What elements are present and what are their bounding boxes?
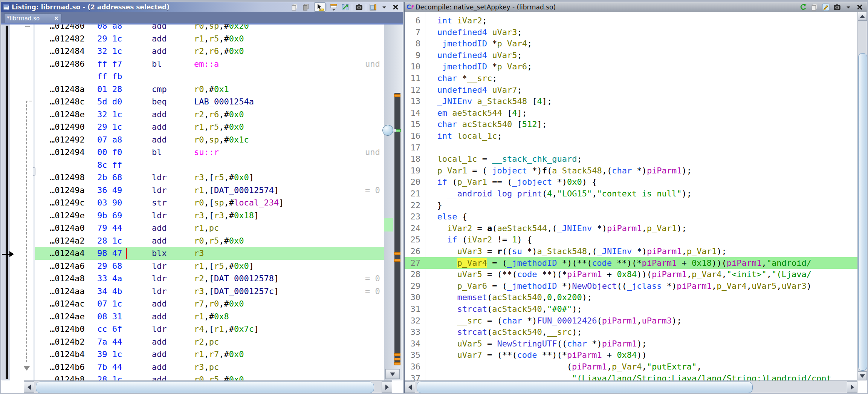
snapshot-icon[interactable] — [831, 2, 843, 12]
close-icon[interactable] — [854, 2, 865, 12]
hscroll-thumb[interactable] — [417, 382, 753, 393]
scroll-down-button[interactable] — [858, 371, 867, 380]
listing-row[interactable]: …0124a629 68ldrr1,[r5,#0x0] — [35, 260, 384, 273]
paste-icon[interactable] — [300, 2, 312, 12]
listing-row[interactable]: …0124a079 44addr1,pc — [35, 222, 384, 235]
decompile-line-17[interactable]: 17 — [405, 142, 857, 153]
close-icon[interactable] — [390, 2, 401, 12]
decompile-line-11[interactable]: 11 char *__src; — [405, 72, 857, 84]
decompile-line-26[interactable]: 26 uVar3 = r((su *)a_Stack548,(_JNIEnv *… — [405, 245, 857, 257]
decompile-line-19[interactable]: 19 p_Var1 = (_jobject *)f(a_Stack548,(ch… — [405, 165, 857, 176]
scroll-left-button[interactable] — [24, 381, 34, 393]
decompile-view[interactable]: 6 int iVar2;7 undefined4 uVar3;8 _jmetho… — [405, 12, 857, 380]
decompile-hscrollbar[interactable] — [405, 380, 857, 393]
listing-row[interactable]: …0124b27a 44addr2,pc — [35, 336, 384, 348]
listing-row[interactable]: …0124b67b 44addr3,pc — [35, 361, 384, 374]
listing-row[interactable]: …01249e9b 69ldrr3,[r3,#0x18] — [35, 209, 384, 222]
decompile-line-29[interactable]: 29 p_Var6 = (_jmethodID *)NewObject((_jc… — [405, 280, 857, 292]
listing-row[interactable]: …0124a833 4aldrr2,[DAT_00012578]= 0 — [35, 272, 384, 285]
decompile-line-22[interactable]: 22 } — [405, 199, 857, 211]
decompile-line-14[interactable]: 14 em aeStack544 [4]; — [405, 107, 857, 119]
listing-row[interactable]: …01249207 a8addr0,sp,#0x1c — [35, 133, 384, 146]
listing-titlebar[interactable]: Listing: librrnad.so - (2 addresses sele… — [1, 2, 403, 12]
decompile-line-13[interactable]: 13 _JNIEnv a_Stack548 [4]; — [405, 95, 857, 107]
tab-close-icon[interactable] — [54, 16, 59, 21]
decompile-line-31[interactable]: 31 strcat(acStack540,"#0#"); — [405, 303, 857, 315]
listing-overview-margin[interactable] — [384, 25, 403, 380]
decompile-line-36[interactable]: 36 (piParm1,p_Var4,"putExtra", — [405, 361, 857, 373]
decompile-line-32[interactable]: 32 __src = (char *)FUN_00012426(piParm1,… — [405, 315, 857, 327]
decompile-line-30[interactable]: 30 memset(acStack540,0,0x200); — [405, 291, 857, 303]
scroll-down-button[interactable] — [385, 369, 400, 379]
listing-row[interactable]: …0124ae08 31addr1,#0x8 — [35, 310, 384, 323]
decompile-line-7[interactable]: 7 undefined4 uVar3; — [405, 26, 857, 38]
decompile-titlebar[interactable]: Cf Decompile: native_setAppkey - (librrn… — [405, 2, 867, 12]
listing-row[interactable]: …0124b439 1caddr1,r7,#0x0 — [35, 348, 384, 361]
cursor-location-icon[interactable] — [314, 2, 326, 12]
decompile-line-6[interactable]: 6 int iVar2; — [405, 15, 857, 26]
decompile-line-37[interactable]: 37 "(Ljava/lang/String;Ljava/lang/String… — [405, 373, 857, 380]
listing-row[interactable]: …0124aa34 4bldrr3,[DAT_0001257c]= 0 — [35, 285, 384, 298]
splitter-grabber[interactable] — [382, 125, 393, 136]
listing-row[interactable]: …0124a228 1caddr0,r5,#0x0 — [35, 235, 384, 247]
listing-view[interactable]: …01248008 a8addr0,sp,#0x20…01248229 1cad… — [1, 25, 403, 380]
listing-row[interactable]: …0124982b 68ldrr3,[r5,#0x0] — [35, 171, 384, 184]
decompile-line-23[interactable]: 23 else { — [405, 211, 857, 222]
edit-icon[interactable] — [820, 2, 831, 12]
view-position-tick — [396, 129, 401, 132]
selection-marker-1 — [394, 252, 400, 255]
listing-row[interactable]: …01248c5d d0beqLAB_0001254a — [35, 95, 384, 108]
decompile-line-15[interactable]: 15 char acStack540 [512]; — [405, 118, 857, 130]
copy-icon[interactable] — [809, 2, 820, 12]
decompile-line-27[interactable]: 27 p_Var4 = (_jmethodID *)(**(code **)(*… — [405, 257, 857, 269]
toggle-header-icon[interactable] — [328, 2, 339, 12]
decompile-line-8[interactable]: 8 _jmethodID *p_Var4; — [405, 38, 857, 49]
scroll-up-button[interactable] — [858, 12, 867, 21]
decompile-line-21[interactable]: 21 __android_log_print(4,"LOG15","contex… — [405, 188, 857, 199]
listing-row[interactable]: ff fb — [35, 70, 384, 83]
decompile-line-12[interactable]: 12 undefined4 uVar7; — [405, 84, 857, 96]
decompile-line-18[interactable]: 18 local_1c = __stack_chk_guard; — [405, 153, 857, 165]
scroll-right-button[interactable] — [382, 381, 392, 393]
listing-row[interactable]: …01248008 a8addr0,sp,#0x20 — [35, 25, 384, 32]
scroll-right-button[interactable] — [847, 381, 857, 393]
decompile-line-35[interactable]: 35 uVar7 = (**(code **)(*piParm1 + 0x84)… — [405, 349, 857, 361]
listing-row[interactable]: …01248229 1caddr1,r5,#0x0 — [35, 32, 384, 45]
listing-row[interactable]: …01249029 1caddr1,r5,#0x0 — [35, 121, 384, 133]
listing-row[interactable]: …01248a01 28cmpr0,#0x1 — [35, 83, 384, 96]
decompile-line-16[interactable]: 16 int local_1c; — [405, 130, 857, 142]
tab-librrnad[interactable]: *librrnad.so — [4, 13, 61, 23]
refresh-icon[interactable] — [798, 2, 809, 12]
menu-arrow-icon[interactable] — [843, 2, 854, 12]
listing-row[interactable]: …01249400 f0blsu::rund — [35, 146, 384, 159]
decompile-line-9[interactable]: 9 undefined4 uVar5; — [405, 49, 857, 61]
decompile-line-20[interactable]: 20 if (p_Var1 == (_jobject *)0x0) { — [405, 176, 857, 188]
decompile-line-34[interactable]: 34 uVar5 = NewStringUTF((char *)piParm1)… — [405, 338, 857, 350]
listing-row[interactable]: …01248432 1caddr2,r6,#0x0 — [35, 45, 384, 58]
clone-window-icon[interactable] — [367, 2, 379, 12]
copy-icon[interactable] — [289, 2, 300, 12]
decompile-line-25[interactable]: 25 if (iVar2 != 1) { — [405, 234, 857, 245]
scroll-left-button[interactable] — [405, 381, 415, 393]
decompile-line-33[interactable]: 33 strcat(acStack540,__src); — [405, 326, 857, 338]
decompile-line-10[interactable]: 10 _jmethodID *p_Var6; — [405, 61, 857, 72]
snapshot-icon[interactable] — [353, 2, 365, 12]
vscroll-thumb[interactable] — [858, 53, 867, 371]
decompile-line-24[interactable]: 24 iVar2 = a(aeStack544,(_JNIEnv *)piPar… — [405, 222, 857, 234]
listing-row[interactable]: 8c ff — [35, 159, 384, 172]
listing-row[interactable]: …01249a36 49ldrr1,[DAT_00012574]= 0 — [35, 184, 384, 197]
listing-hscrollbar[interactable] — [24, 380, 392, 393]
listing-row[interactable]: …0124a498 47blxr3 — [35, 247, 384, 260]
line-number: 26 — [407, 245, 420, 257]
listing-row[interactable]: …0124ac07 1caddr7,r0,#0x0 — [35, 297, 384, 310]
listing-row[interactable]: …0124b0cc 6fldrr4,[r1,#0x7c] — [35, 323, 384, 336]
decompile-line-28[interactable]: 28 uVar5 = (**(code **)(*piParm1 + 0x84)… — [405, 268, 857, 280]
menu-arrow-icon[interactable] — [379, 2, 390, 12]
listing-row[interactable]: …01248e32 1caddr2,r6,#0x0 — [35, 108, 384, 121]
decompile-vscrollbar[interactable] — [857, 12, 867, 380]
listing-row[interactable]: …0124b828 1caddr0,r5,#0x0 — [35, 373, 384, 380]
hscroll-thumb[interactable] — [36, 382, 374, 393]
diff-view-icon[interactable] — [339, 2, 351, 12]
listing-row[interactable]: …012486ff f7blem::aund — [35, 58, 384, 71]
listing-row[interactable]: …01249c03 90strr0,[sp,#local_234] — [35, 196, 384, 209]
